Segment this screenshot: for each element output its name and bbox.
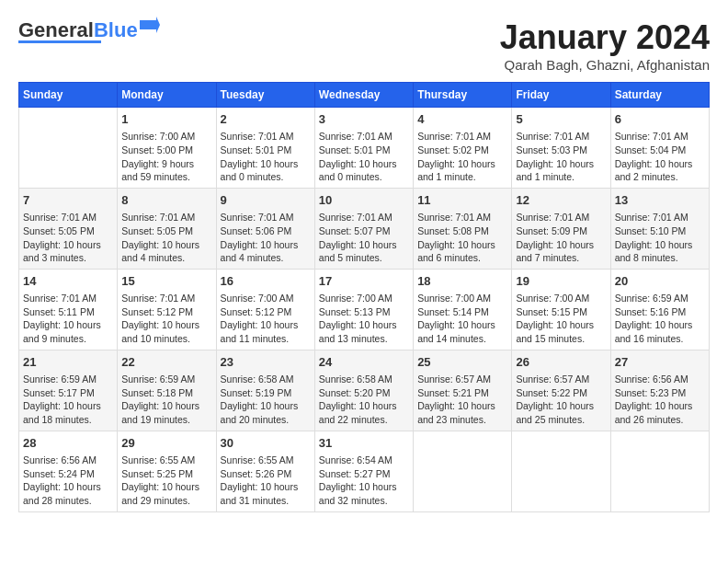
- calendar-cell: 16Sunrise: 7:00 AMSunset: 5:12 PMDayligh…: [216, 269, 314, 350]
- calendar-cell: 4Sunrise: 7:01 AMSunset: 5:02 PMDaylight…: [414, 108, 512, 189]
- calendar-header-row: SundayMondayTuesdayWednesdayThursdayFrid…: [19, 83, 710, 108]
- day-number: 25: [417, 354, 507, 371]
- day-number: 18: [417, 273, 507, 290]
- day-number: 16: [221, 273, 311, 290]
- calendar-cell: 22Sunrise: 6:59 AMSunset: 5:18 PMDayligh…: [118, 350, 216, 431]
- calendar-cell: 23Sunrise: 6:58 AMSunset: 5:19 PMDayligh…: [216, 350, 314, 431]
- day-number: 11: [417, 192, 507, 209]
- svg-marker-0: [140, 20, 156, 29]
- day-number: 23: [221, 354, 311, 371]
- cell-content: Sunrise: 7:01 AMSunset: 5:02 PMDaylight:…: [417, 130, 507, 184]
- cell-content: Sunrise: 6:57 AMSunset: 5:22 PMDaylight:…: [516, 373, 606, 427]
- calendar-cell: 21Sunrise: 6:59 AMSunset: 5:17 PMDayligh…: [19, 350, 118, 431]
- day-number: 27: [615, 354, 705, 371]
- cell-content: Sunrise: 7:00 AMSunset: 5:13 PMDaylight:…: [319, 292, 409, 346]
- day-number: 22: [121, 354, 211, 371]
- calendar-cell: 8Sunrise: 7:01 AMSunset: 5:05 PMDaylight…: [118, 188, 216, 269]
- logo-icon: [140, 17, 160, 37]
- page-header: GeneralBlue January 2024 Qarah Bagh, Gha…: [18, 18, 710, 73]
- day-header-saturday: Saturday: [610, 83, 709, 108]
- calendar-cell: 29Sunrise: 6:55 AMSunset: 5:25 PMDayligh…: [118, 431, 216, 511]
- cell-content: Sunrise: 7:01 AMSunset: 5:05 PMDaylight:…: [23, 211, 113, 265]
- day-number: 14: [23, 273, 113, 290]
- calendar-cell: 9Sunrise: 7:01 AMSunset: 5:06 PMDaylight…: [216, 188, 314, 269]
- cell-content: Sunrise: 7:01 AMSunset: 5:09 PMDaylight:…: [516, 211, 606, 265]
- cell-content: Sunrise: 7:01 AMSunset: 5:06 PMDaylight:…: [221, 211, 311, 265]
- day-number: 21: [23, 354, 113, 371]
- cell-content: Sunrise: 6:54 AMSunset: 5:27 PMDaylight:…: [319, 454, 409, 508]
- day-number: 29: [121, 435, 211, 452]
- cell-content: Sunrise: 6:59 AMSunset: 5:17 PMDaylight:…: [23, 373, 113, 427]
- calendar-cell: [414, 431, 512, 511]
- calendar-cell: 5Sunrise: 7:01 AMSunset: 5:03 PMDaylight…: [512, 108, 610, 189]
- logo-text: GeneralBlue: [18, 18, 138, 42]
- calendar-cell: 10Sunrise: 7:01 AMSunset: 5:07 PMDayligh…: [314, 188, 413, 269]
- day-number: 3: [319, 111, 409, 128]
- day-number: 9: [221, 192, 311, 209]
- day-number: 5: [516, 111, 606, 128]
- day-header-tuesday: Tuesday: [216, 83, 314, 108]
- calendar-body: 1Sunrise: 7:00 AMSunset: 5:00 PMDaylight…: [19, 108, 710, 512]
- cell-content: Sunrise: 7:01 AMSunset: 5:04 PMDaylight:…: [615, 130, 705, 184]
- day-number: 31: [319, 435, 409, 452]
- day-number: 20: [615, 273, 705, 290]
- cell-content: Sunrise: 7:01 AMSunset: 5:08 PMDaylight:…: [417, 211, 507, 265]
- day-number: 15: [121, 273, 211, 290]
- calendar-cell: [610, 431, 709, 511]
- day-number: 6: [615, 111, 705, 128]
- cell-content: Sunrise: 7:01 AMSunset: 5:12 PMDaylight:…: [121, 292, 211, 346]
- calendar-cell: 30Sunrise: 6:55 AMSunset: 5:26 PMDayligh…: [216, 431, 314, 511]
- day-number: 2: [221, 111, 311, 128]
- day-number: 4: [417, 111, 507, 128]
- day-number: 19: [516, 273, 606, 290]
- calendar-week-3: 14Sunrise: 7:01 AMSunset: 5:11 PMDayligh…: [19, 269, 710, 350]
- cell-content: Sunrise: 6:57 AMSunset: 5:21 PMDaylight:…: [417, 373, 507, 427]
- day-number: 24: [319, 354, 409, 371]
- calendar-week-2: 7Sunrise: 7:01 AMSunset: 5:05 PMDaylight…: [19, 188, 710, 269]
- calendar-cell: 17Sunrise: 7:00 AMSunset: 5:13 PMDayligh…: [314, 269, 413, 350]
- cell-content: Sunrise: 6:55 AMSunset: 5:25 PMDaylight:…: [121, 454, 211, 508]
- day-number: 17: [319, 273, 409, 290]
- calendar-cell: 25Sunrise: 6:57 AMSunset: 5:21 PMDayligh…: [414, 350, 512, 431]
- cell-content: Sunrise: 6:55 AMSunset: 5:26 PMDaylight:…: [221, 454, 311, 508]
- calendar-cell: 11Sunrise: 7:01 AMSunset: 5:08 PMDayligh…: [414, 188, 512, 269]
- cell-content: Sunrise: 7:01 AMSunset: 5:10 PMDaylight:…: [615, 211, 705, 265]
- calendar-cell: 7Sunrise: 7:01 AMSunset: 5:05 PMDaylight…: [19, 188, 118, 269]
- cell-content: Sunrise: 7:00 AMSunset: 5:12 PMDaylight:…: [221, 292, 311, 346]
- day-number: 1: [121, 111, 211, 128]
- day-number: 30: [221, 435, 311, 452]
- calendar-week-5: 28Sunrise: 6:56 AMSunset: 5:24 PMDayligh…: [19, 431, 710, 511]
- day-number: 28: [23, 435, 113, 452]
- day-header-monday: Monday: [118, 83, 216, 108]
- cell-content: Sunrise: 7:01 AMSunset: 5:03 PMDaylight:…: [516, 130, 606, 184]
- svg-marker-1: [156, 17, 160, 33]
- day-header-sunday: Sunday: [19, 83, 118, 108]
- day-number: 13: [615, 192, 705, 209]
- calendar-cell: 18Sunrise: 7:00 AMSunset: 5:14 PMDayligh…: [414, 269, 512, 350]
- calendar-cell: [512, 431, 610, 511]
- calendar-cell: 20Sunrise: 6:59 AMSunset: 5:16 PMDayligh…: [610, 269, 709, 350]
- calendar-cell: 24Sunrise: 6:58 AMSunset: 5:20 PMDayligh…: [314, 350, 413, 431]
- calendar-cell: 6Sunrise: 7:01 AMSunset: 5:04 PMDaylight…: [610, 108, 709, 189]
- calendar-week-1: 1Sunrise: 7:00 AMSunset: 5:00 PMDaylight…: [19, 108, 710, 189]
- cell-content: Sunrise: 6:59 AMSunset: 5:16 PMDaylight:…: [615, 292, 705, 346]
- cell-content: Sunrise: 7:00 AMSunset: 5:00 PMDaylight:…: [121, 130, 211, 184]
- calendar-cell: 2Sunrise: 7:01 AMSunset: 5:01 PMDaylight…: [216, 108, 314, 189]
- calendar-cell: [19, 108, 118, 189]
- location: Qarah Bagh, Ghazni, Afghanistan: [500, 57, 710, 73]
- day-header-friday: Friday: [512, 83, 610, 108]
- cell-content: Sunrise: 6:59 AMSunset: 5:18 PMDaylight:…: [121, 373, 211, 427]
- calendar-cell: 13Sunrise: 7:01 AMSunset: 5:10 PMDayligh…: [610, 188, 709, 269]
- day-header-wednesday: Wednesday: [314, 83, 413, 108]
- cell-content: Sunrise: 7:01 AMSunset: 5:07 PMDaylight:…: [319, 211, 409, 265]
- title-block: January 2024 Qarah Bagh, Ghazni, Afghani…: [500, 18, 710, 73]
- calendar-table: SundayMondayTuesdayWednesdayThursdayFrid…: [18, 82, 710, 512]
- month-year: January 2024: [500, 18, 710, 57]
- calendar-cell: 28Sunrise: 6:56 AMSunset: 5:24 PMDayligh…: [19, 431, 118, 511]
- logo: GeneralBlue: [18, 18, 160, 43]
- cell-content: Sunrise: 7:01 AMSunset: 5:01 PMDaylight:…: [221, 130, 311, 184]
- calendar-cell: 1Sunrise: 7:00 AMSunset: 5:00 PMDaylight…: [118, 108, 216, 189]
- cell-content: Sunrise: 6:56 AMSunset: 5:24 PMDaylight:…: [23, 454, 113, 508]
- day-number: 12: [516, 192, 606, 209]
- calendar-week-4: 21Sunrise: 6:59 AMSunset: 5:17 PMDayligh…: [19, 350, 710, 431]
